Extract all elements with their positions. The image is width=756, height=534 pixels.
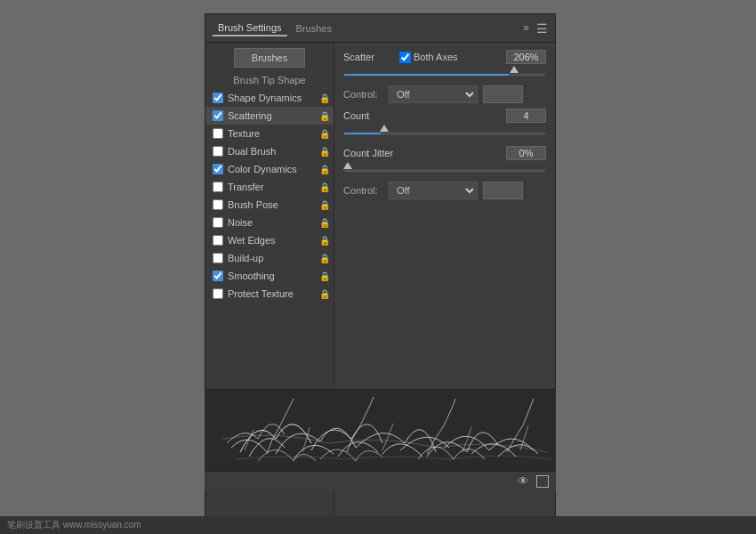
- transfer-checkbox[interactable]: [213, 182, 223, 192]
- protect-texture-checkbox[interactable]: [213, 288, 223, 299]
- control-input-1[interactable]: [483, 85, 523, 103]
- scatter-slider-fill: [344, 74, 509, 76]
- control-label-1: Control:: [343, 89, 383, 100]
- expand-icon[interactable]: »: [523, 21, 529, 36]
- smoothing-label: Smoothing: [228, 271, 318, 281]
- sidebar-item-smoothing[interactable]: Smoothing 🔒: [205, 267, 334, 285]
- scatter-slider-track: [343, 73, 546, 77]
- lock-icon-shape-dynamics: 🔒: [319, 93, 330, 103]
- sidebar-item-transfer[interactable]: Transfer 🔒: [205, 178, 334, 196]
- sidebar-item-color-dynamics[interactable]: Color Dynamics 🔒: [205, 160, 334, 178]
- scatter-value-input[interactable]: [506, 50, 546, 64]
- menu-icon[interactable]: ☰: [536, 21, 548, 36]
- shape-dynamics-checkbox[interactable]: [213, 93, 223, 103]
- count-slider-container[interactable]: [343, 126, 546, 141]
- control-label-2: Control:: [343, 185, 383, 196]
- sidebar-item-shape-dynamics[interactable]: Shape Dynamics 🔒: [205, 89, 334, 107]
- sidebar-item-build-up[interactable]: Build-up 🔒: [205, 249, 334, 267]
- count-slider-row: [343, 126, 546, 141]
- control-input-2[interactable]: [483, 182, 523, 199]
- dual-brush-checkbox[interactable]: [213, 146, 223, 157]
- count-jitter-slider-track: [343, 169, 546, 173]
- count-label: Count: [343, 110, 414, 121]
- count-slider-track: [343, 132, 546, 135]
- scattering-checkbox[interactable]: [213, 110, 223, 121]
- lock-icon-noise: 🔒: [319, 218, 330, 228]
- sidebar-item-wet-edges[interactable]: Wet Edges 🔒: [205, 231, 334, 249]
- lock-icon-wet-edges: 🔒: [319, 236, 330, 246]
- bottom-status-bar: 笔刷设置工具 www.missyuan.com: [0, 516, 756, 534]
- count-slider-fill: [344, 133, 381, 134]
- eye-icon[interactable]: 👁: [518, 474, 529, 488]
- tab-brush-settings[interactable]: Brush Settings: [213, 20, 287, 36]
- brush-preview-svg: [205, 390, 556, 471]
- count-jitter-slider-container[interactable]: [343, 164, 546, 178]
- noise-checkbox[interactable]: [213, 217, 223, 228]
- protect-texture-label: Protect Texture: [228, 288, 318, 299]
- lock-icon-brush-pose: 🔒: [319, 200, 330, 210]
- lock-icon-scattering: 🔒: [319, 111, 330, 121]
- page-icon[interactable]: [536, 475, 549, 488]
- both-axes-label[interactable]: Both Axes: [399, 52, 458, 63]
- count-row: Count: [343, 109, 546, 123]
- lock-icon-smoothing: 🔒: [319, 271, 330, 281]
- smoothing-checkbox[interactable]: [213, 271, 223, 281]
- scatter-label: Scatter: [343, 52, 392, 62]
- panel-header: Brush Settings Brushes » ☰: [205, 14, 555, 43]
- build-up-label: Build-up: [228, 253, 318, 263]
- status-text: 笔刷设置工具 www.missyuan.com: [7, 519, 141, 531]
- scatter-row: Scatter Both Axes: [343, 50, 546, 64]
- scatter-slider-row: [343, 68, 546, 82]
- control-row-1: Control: Off Fade Pen Pressure Pen Tilt …: [343, 85, 546, 103]
- brush-pose-checkbox[interactable]: [213, 199, 223, 210]
- sidebar-item-brush-pose[interactable]: Brush Pose 🔒: [205, 196, 334, 214]
- control-select-2[interactable]: Off Fade Pen Pressure Pen Tilt Stylus Wh…: [389, 182, 478, 199]
- both-axes-checkbox[interactable]: [399, 52, 411, 63]
- sidebar-item-dual-brush[interactable]: Dual Brush 🔒: [205, 142, 334, 160]
- lock-icon-protect-texture: 🔒: [319, 289, 330, 299]
- shape-dynamics-label: Shape Dynamics: [228, 93, 318, 103]
- build-up-checkbox[interactable]: [213, 253, 223, 263]
- header-icons: » ☰: [523, 21, 548, 36]
- lock-icon-texture: 🔒: [319, 129, 330, 139]
- dual-brush-label: Dual Brush: [228, 146, 318, 157]
- sidebar-item-texture[interactable]: Texture 🔒: [205, 125, 334, 142]
- control-row-2: Control: Off Fade Pen Pressure Pen Tilt …: [343, 182, 546, 199]
- brush-tip-shape-title: Brush Tip Shape: [205, 75, 334, 85]
- color-dynamics-checkbox[interactable]: [213, 164, 223, 174]
- count-jitter-slider-row: [343, 164, 546, 178]
- control-select-1[interactable]: Off Fade Pen Pressure Pen Tilt Stylus Wh…: [389, 85, 478, 103]
- sidebar-item-scattering[interactable]: Scattering 🔒: [205, 107, 334, 125]
- wet-edges-label: Wet Edges: [228, 235, 318, 246]
- lock-icon-dual-brush: 🔒: [319, 147, 330, 157]
- count-value-input[interactable]: [506, 109, 546, 123]
- texture-checkbox[interactable]: [213, 128, 223, 139]
- wet-edges-checkbox[interactable]: [213, 235, 223, 246]
- sidebar-item-noise[interactable]: Noise 🔒: [205, 214, 334, 231]
- lock-icon-transfer: 🔒: [319, 182, 330, 192]
- scatter-slider-container[interactable]: [343, 68, 546, 82]
- lock-icon-color-dynamics: 🔒: [319, 165, 330, 174]
- count-jitter-label: Count Jitter: [343, 148, 414, 158]
- preview-footer: 👁: [205, 471, 556, 490]
- lock-icon-build-up: 🔒: [319, 254, 330, 263]
- transfer-label: Transfer: [228, 182, 318, 192]
- brushes-button[interactable]: Brushes: [234, 48, 305, 68]
- texture-label: Texture: [228, 128, 318, 139]
- count-jitter-row: Count Jitter: [343, 146, 546, 160]
- tab-brushes[interactable]: Brushes: [291, 21, 337, 36]
- sidebar-item-protect-texture[interactable]: Protect Texture 🔒: [205, 285, 334, 303]
- brush-pose-label: Brush Pose: [228, 199, 318, 210]
- scattering-label: Scattering: [228, 110, 318, 121]
- count-jitter-value-input[interactable]: [506, 146, 546, 160]
- brush-preview-area: [205, 389, 556, 471]
- color-dynamics-label: Color Dynamics: [228, 164, 318, 174]
- noise-label: Noise: [228, 217, 318, 228]
